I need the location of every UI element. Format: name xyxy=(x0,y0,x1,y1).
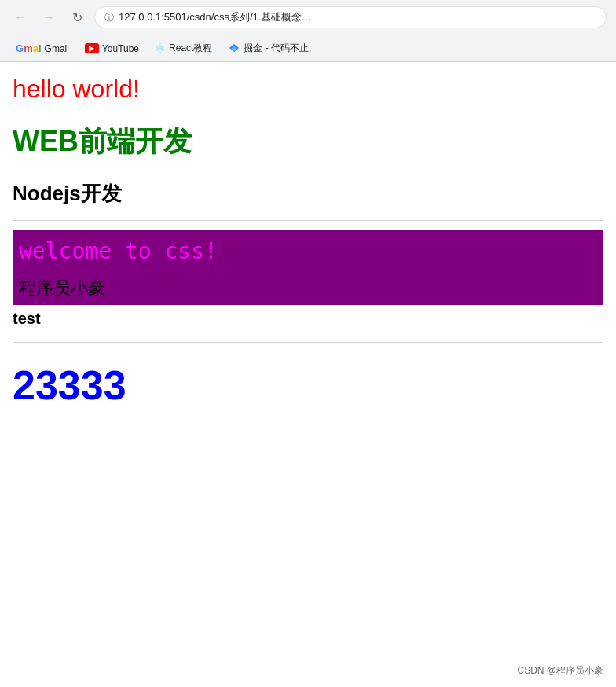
juejin-label: 掘金 - 代码不止, xyxy=(244,42,311,55)
lock-icon: ⓘ xyxy=(104,11,114,24)
reload-button[interactable]: ↻ xyxy=(66,6,88,28)
browser-nav: ← → ↻ ⓘ 127.0.0.1:5501/csdn/css系列/1.基础概念… xyxy=(0,0,616,35)
web-dev-section: WEB前端开发 xyxy=(13,123,603,161)
browser-chrome: ← → ↻ ⓘ 127.0.0.1:5501/csdn/css系列/1.基础概念… xyxy=(0,0,616,62)
youtube-play-triangle xyxy=(89,46,94,52)
hello-world-section: hello world! xyxy=(13,75,603,104)
nodejs-section: Nodejs开发 xyxy=(13,180,603,208)
bookmark-react[interactable]: ⚛ React教程 xyxy=(148,39,218,58)
address-bar[interactable]: ⓘ 127.0.0.1:5501/csdn/css系列/1.基础概念... xyxy=(94,6,607,28)
back-button[interactable]: ← xyxy=(9,6,31,28)
bookmark-youtube[interactable]: YouTube xyxy=(79,41,145,57)
divider-1 xyxy=(13,220,603,221)
footer-text: CSDN @程序员小豪 xyxy=(517,664,603,678)
number-section: 23333 xyxy=(13,362,603,409)
bookmarks-bar: Gmai Gmail YouTube ⚛ React教程 掘金 - 代码不止 xyxy=(0,35,616,61)
hello-world-text: hello world! xyxy=(13,75,603,104)
forward-button[interactable]: → xyxy=(38,6,60,28)
bookmark-juejin[interactable]: 掘金 - 代码不止, xyxy=(222,39,317,57)
gmail-icon: Gmai xyxy=(16,42,42,54)
bookmark-gmail[interactable]: Gmai Gmail xyxy=(9,40,75,57)
divider-2 xyxy=(13,342,603,343)
page-content: hello world! WEB前端开发 Nodejs开发 welcome to… xyxy=(0,62,616,421)
number-display: 23333 xyxy=(13,362,603,409)
welcome-css-section: welcome to css! xyxy=(13,230,603,272)
youtube-icon xyxy=(85,43,99,53)
nodejs-title: Nodejs开发 xyxy=(13,180,603,208)
juejin-icon xyxy=(228,42,240,55)
react-icon: ⚛ xyxy=(155,41,166,56)
welcome-css-text: welcome to css! xyxy=(13,230,603,272)
test-text: test xyxy=(13,305,603,332)
youtube-label: YouTube xyxy=(102,43,139,54)
react-label: React教程 xyxy=(169,42,212,55)
programmer-section: 程序员小豪 test xyxy=(13,272,603,332)
programmer-name-text: 程序员小豪 xyxy=(13,272,603,305)
gmail-label: Gmail xyxy=(45,43,69,54)
url-text: 127.0.0.1:5501/csdn/css系列/1.基础概念... xyxy=(119,10,310,24)
web-dev-title: WEB前端开发 xyxy=(13,123,603,161)
